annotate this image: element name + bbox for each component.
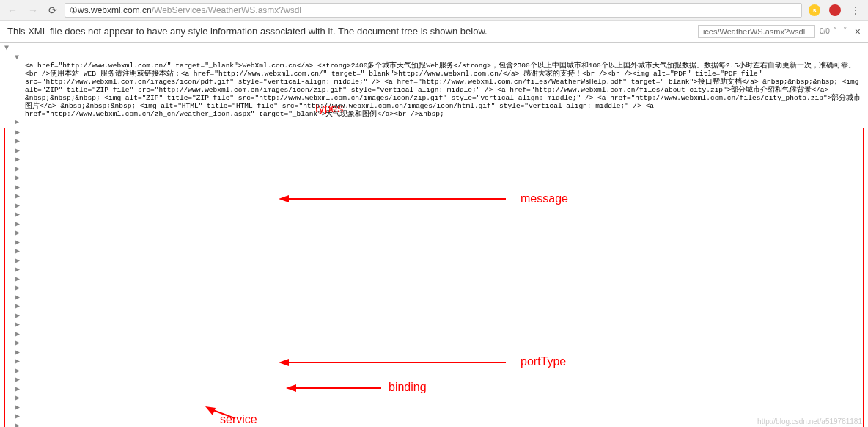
xml-node[interactable]: ▶ <box>5 412 863 422</box>
xml-node[interactable]: ▶ <box>5 404 863 413</box>
types-node[interactable]: ▶ <box>4 118 864 128</box>
xml-node[interactable]: ▶ <box>5 247 863 257</box>
xml-node[interactable]: ▶ <box>5 275 863 285</box>
expand-icon[interactable]: ▶ <box>15 348 23 358</box>
expand-icon[interactable]: ▶ <box>15 257 23 266</box>
xml-node[interactable]: ▶ <box>5 266 863 275</box>
expand-icon[interactable]: ▶ <box>15 220 23 230</box>
watermark: http://blog.csdn.net/a519781181 <box>757 417 862 426</box>
find-next[interactable]: ˅ <box>843 26 847 36</box>
browser-toolbar: ← → ⟳ ① ws.webxml.com.cn/WebServices/Wea… <box>0 0 868 21</box>
reload-button[interactable]: ⟳ <box>45 4 60 16</box>
expand-icon[interactable]: ▶ <box>15 284 23 293</box>
expand-icon[interactable]: ▶ <box>15 202 23 211</box>
expand-icon[interactable]: ▶ <box>15 266 23 275</box>
xml-node[interactable]: ▶ <box>5 137 863 147</box>
xml-node[interactable]: ▶ <box>5 385 863 395</box>
xml-node[interactable]: ▶ <box>5 312 863 321</box>
xml-node[interactable]: ▶ <box>5 257 863 266</box>
expand-icon[interactable]: ▶ <box>15 394 23 404</box>
xml-node[interactable]: ▶ <box>5 202 863 211</box>
expand-icon[interactable]: ▶ <box>15 330 23 340</box>
forward-button[interactable]: → <box>25 4 41 16</box>
xml-node[interactable]: ▶ <box>5 238 863 248</box>
expand-icon[interactable]: ▶ <box>15 174 23 183</box>
expand-icon[interactable]: ▶ <box>15 367 23 376</box>
xml-node[interactable]: ▶ <box>5 174 863 183</box>
defs-open[interactable]: ▼ <box>4 44 864 54</box>
find-count: 0/0 <box>820 27 830 35</box>
xml-node[interactable]: ▶ <box>5 367 863 376</box>
expand-icon[interactable]: ▶ <box>15 147 23 156</box>
expand-icon[interactable]: ▶ <box>15 404 23 413</box>
expand-icon[interactable]: ▼ <box>15 54 22 63</box>
xml-node[interactable]: ▶ <box>5 147 863 156</box>
ann-service: service <box>220 412 257 427</box>
xml-tree: ▼ ▼ <a href="http://www.webxml.com.cn/" … <box>0 43 868 427</box>
find-prev[interactable]: ˄ <box>833 26 837 36</box>
xml-node[interactable]: ▶ <box>5 156 863 165</box>
xml-node[interactable]: ▶ <box>5 183 863 193</box>
xml-node[interactable]: ▶ <box>5 302 863 312</box>
url-host: ws.webxml.com.cn <box>78 5 152 15</box>
expand-icon[interactable]: ▶ <box>15 412 23 422</box>
find-in-page-input[interactable]: ices/WeatherWS.asmx?wsdl <box>698 25 815 38</box>
expand-icon[interactable]: ▶ <box>15 376 23 385</box>
expand-icon[interactable]: ▶ <box>15 192 23 202</box>
xml-node[interactable]: ▶ <box>5 284 863 293</box>
xml-node[interactable]: ▶ <box>5 293 863 303</box>
expand-icon[interactable]: ▶ <box>15 302 23 312</box>
xml-node[interactable]: ▶ <box>5 165 863 175</box>
expand-icon[interactable]: ▶ <box>15 165 23 175</box>
expand-icon[interactable]: ▶ <box>15 422 23 427</box>
message-box: ▶▶▶▶▶▶▶▶▶▶▶▶▶▶▶▶▶▶▶▶▶▶▶▶▶▶▶▶▶▶▶▶▶▶▶▶ <box>4 128 864 427</box>
xml-node[interactable]: ▶ <box>5 422 863 427</box>
xml-node[interactable]: ▶ <box>5 348 863 358</box>
expand-icon[interactable]: ▶ <box>15 293 23 303</box>
expand-icon[interactable]: ▶ <box>15 312 23 321</box>
xml-node[interactable]: ▶ <box>5 376 863 385</box>
menu-button[interactable]: ⋮ <box>847 4 864 16</box>
expand-icon[interactable]: ▶ <box>15 247 23 257</box>
extension-icon[interactable]: s <box>809 4 820 16</box>
expand-icon[interactable]: ▶ <box>15 137 23 147</box>
extension-icon[interactable] <box>829 4 841 16</box>
expand-icon[interactable]: ▼ <box>4 44 12 54</box>
expand-icon[interactable]: ▶ <box>15 229 23 238</box>
expand-icon[interactable]: ▶ <box>15 118 22 128</box>
expand-icon[interactable]: ▶ <box>15 183 23 193</box>
xml-node[interactable]: ▶ <box>5 357 863 367</box>
xml-node[interactable]: ▶ <box>5 321 863 330</box>
xml-info-message: This XML file does not appear to have an… <box>7 26 488 37</box>
expand-icon[interactable]: ▶ <box>15 385 23 395</box>
back-button[interactable]: ← <box>4 4 21 16</box>
xml-node[interactable]: ▶ <box>5 220 863 230</box>
expand-icon[interactable]: ▶ <box>15 128 23 138</box>
expand-icon[interactable]: ▶ <box>15 321 23 330</box>
find-close[interactable]: × <box>855 26 861 37</box>
xml-node[interactable]: ▶ <box>5 192 863 202</box>
xml-node[interactable]: ▶ <box>5 128 863 138</box>
expand-icon[interactable]: ▶ <box>15 211 23 220</box>
xml-node[interactable]: ▶ <box>5 229 863 238</box>
xml-info-bar: This XML file does not appear to have an… <box>0 21 868 43</box>
xml-node[interactable]: ▶ <box>5 339 863 348</box>
doc-body: <a href="http://www.webxml.com.cn/" targ… <box>4 62 864 118</box>
url-bar[interactable]: ① ws.webxml.com.cn/WebServices/WeatherWS… <box>65 3 802 18</box>
ann-porttype: portType <box>521 354 566 369</box>
xml-node[interactable]: ▶ <box>5 394 863 404</box>
expand-icon[interactable]: ▶ <box>15 156 23 165</box>
expand-icon[interactable]: ▶ <box>15 275 23 285</box>
url-path: /WebServices/WeatherWS.asmx?wsdl <box>152 5 301 15</box>
ann-types: types <box>315 101 343 116</box>
ann-binding: binding <box>389 380 427 395</box>
ann-message: message <box>521 191 568 206</box>
xml-node[interactable]: ▶ <box>5 211 863 220</box>
expand-icon[interactable]: ▶ <box>15 238 23 248</box>
expand-icon[interactable]: ▶ <box>15 339 23 348</box>
xml-node[interactable]: ▶ <box>5 330 863 340</box>
expand-icon[interactable]: ▶ <box>15 357 23 367</box>
